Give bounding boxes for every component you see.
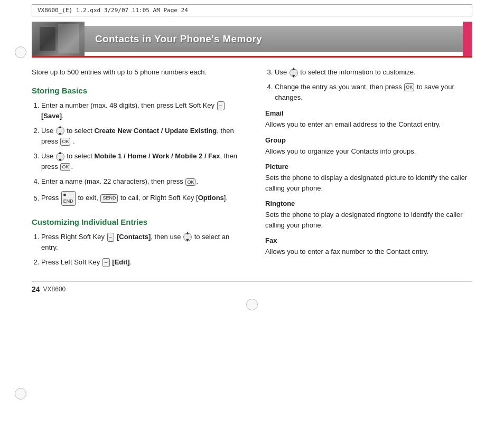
fax-heading: Fax — [265, 236, 472, 244]
contacts-label: [Contacts] — [117, 233, 151, 241]
customizing-list: Press Right Soft Key − [Contacts], then … — [32, 232, 239, 268]
create-new-label: Create New Contact / Update Existing — [94, 127, 217, 135]
nav-up-down-icon: ▲▼ — [56, 127, 64, 135]
send-icon: SEND — [100, 194, 118, 203]
ok-icon-2: OK — [60, 163, 70, 171]
header-section: Contacts in Your Phone's Memory — [32, 22, 472, 56]
picture-heading: Picture — [265, 163, 472, 170]
list-item: Enter a name (max. 22 characters), then … — [41, 176, 239, 187]
save-soft-key-icon: − — [217, 101, 225, 110]
footer-divider — [32, 281, 472, 282]
nav-up-down-icon-3: ▲▼ — [183, 233, 192, 241]
list-item: Enter a number (max. 48 digits), then pr… — [41, 100, 239, 121]
left-column: Store up to 500 entries with up to 5 pho… — [32, 67, 244, 272]
group-text: Allows you to organize your Contacts int… — [265, 146, 472, 157]
header-title-bar: Contacts in Your Phone's Memory — [85, 26, 463, 52]
bottom-binding-area — [0, 299, 504, 315]
contacts-soft-key-icon: − — [107, 233, 115, 242]
right-column: Use ▲▼ to select the information to cust… — [260, 67, 472, 272]
customizing-heading: Customizing Individual Entries — [32, 217, 239, 226]
nav-up-down-icon-4: ▲▼ — [290, 69, 298, 77]
storing-basics-list: Enter a number (max. 48 digits), then pr… — [32, 100, 239, 206]
header-image — [32, 22, 85, 56]
fax-text: Allows you to enter a fax number to the … — [265, 246, 472, 257]
list-item: Press Right Soft Key − [Contacts], then … — [41, 232, 239, 253]
binding-mark-top — [15, 46, 26, 58]
edit-label: [Edit] — [112, 258, 129, 266]
right-steps-list: Use ▲▼ to select the information to cust… — [265, 67, 472, 103]
picture-text: Sets the phone to display a designated p… — [265, 173, 472, 193]
binding-mark-bottom-center — [246, 299, 258, 310]
page-number: 24 — [32, 285, 40, 293]
file-info-bar: VX8600_(E) 1.2.qxd 3/29/07 11:05 AM Page… — [32, 4, 472, 16]
ok-icon-4: OK — [404, 83, 414, 91]
storing-basics-heading: Storing Basics — [32, 86, 239, 95]
list-item: Use ▲▼ to select Create New Contact / Up… — [41, 126, 239, 147]
binding-mark-bottom — [15, 388, 26, 400]
footer: 24 VX8600 — [32, 285, 472, 293]
options-label: Options — [198, 194, 224, 202]
page-title: Contacts in Your Phone's Memory — [95, 33, 452, 45]
group-heading: Group — [265, 136, 472, 144]
list-item: Use ▲▼ to select the information to cust… — [275, 67, 472, 78]
email-text: Allows you to enter an email address to … — [265, 119, 472, 130]
ringtone-text: Sets the phone to play a designated ring… — [265, 210, 472, 230]
email-heading: Email — [265, 109, 472, 117]
mobile-options-label: Mobile 1 / Home / Work / Mobile 2 / Fax — [94, 152, 220, 160]
model-name: VX8600 — [43, 286, 66, 293]
list-item: Use ▲▼ to select Mobile 1 / Home / Work … — [41, 151, 239, 172]
ok-icon-3: OK — [185, 178, 195, 186]
file-info-text: VX8600_(E) 1.2.qxd 3/29/07 11:05 AM Page… — [38, 7, 188, 14]
list-item: Press Left Soft Key − [Edit]. — [41, 257, 239, 268]
pink-accent — [463, 22, 472, 56]
nav-up-down-icon-2: ▲▼ — [56, 153, 64, 161]
page-wrapper: VX8600_(E) 1.2.qxd 3/29/07 11:05 AM Page… — [0, 4, 504, 427]
list-item: Press ■END to exit, SEND to call, or Rig… — [41, 191, 239, 205]
intro-text: Store up to 500 entries with up to 5 pho… — [32, 67, 239, 78]
ringtone-heading: Ringtone — [265, 200, 472, 207]
ok-icon-1: OK — [60, 138, 70, 146]
list-item: Change the entry as you want, then press… — [275, 82, 472, 103]
save-label: [Save] — [41, 112, 62, 120]
end-icon: ■END — [61, 191, 76, 205]
edit-soft-key-icon: − — [102, 258, 110, 267]
content-area: Store up to 500 entries with up to 5 pho… — [32, 58, 472, 272]
